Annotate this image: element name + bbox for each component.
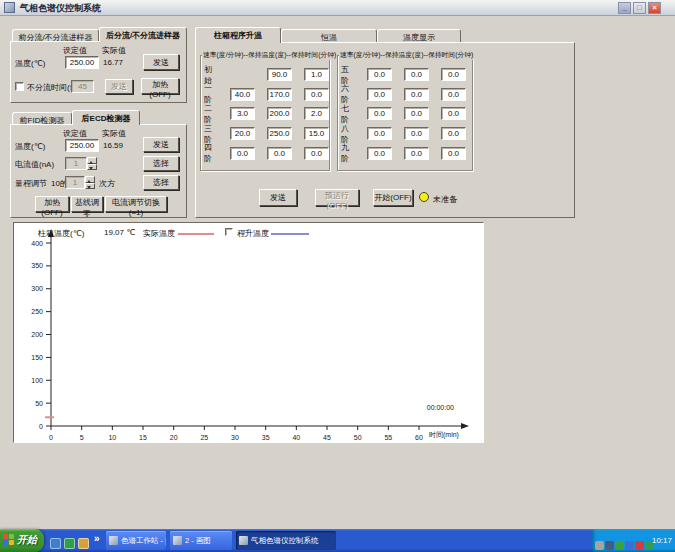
injector-heat-button[interactable]: 加热(OFF): [141, 78, 179, 94]
start-button[interactable]: 开始: [0, 529, 44, 552]
stage-rate-input[interactable]: [367, 68, 392, 81]
program-temp-checkbox[interactable]: [225, 228, 233, 236]
oven-program-row: 七阶: [341, 104, 470, 124]
stage-rate-input[interactable]: [367, 147, 392, 160]
tab-temperature-display[interactable]: 温度显示: [377, 29, 461, 43]
desktop-icon[interactable]: [64, 538, 75, 549]
tab-rear-injector[interactable]: 后分流/不分流进样器: [99, 27, 187, 42]
stage-temp-input[interactable]: [404, 147, 429, 160]
svg-text:350: 350: [31, 262, 43, 269]
task-button[interactable]: 色谱工作站 - [001]: [106, 531, 166, 550]
oven-program-row: 五阶: [341, 65, 470, 85]
svg-text:50: 50: [35, 400, 43, 407]
oven-temp-plot: 0501001502002503003504000510152025303540…: [14, 223, 485, 444]
stage-hold-input[interactable]: [441, 68, 466, 81]
stage-rate-input[interactable]: [230, 88, 255, 101]
stage-hold-input[interactable]: [304, 88, 329, 101]
status-icon[interactable]: [615, 541, 624, 550]
spin-down-icon[interactable]: [87, 164, 97, 171]
legend-actual-label: 实际温度: [143, 228, 175, 239]
current-input[interactable]: [65, 157, 87, 170]
close-button[interactable]: ×: [648, 2, 661, 14]
start-run-button[interactable]: 开始(OFF): [373, 189, 413, 206]
oven-left-rows: 初始一阶二阶三阶四阶: [201, 56, 329, 163]
program-send-button[interactable]: 发送: [259, 189, 297, 206]
stage-rate-input[interactable]: [367, 88, 392, 101]
svg-text:45: 45: [323, 434, 331, 441]
baseline-zero-button[interactable]: 基线调零: [71, 196, 103, 212]
stage-hold-input[interactable]: [441, 88, 466, 101]
stage-rate-input[interactable]: [230, 147, 255, 160]
stage-hold-input[interactable]: [441, 147, 466, 160]
flag-square: [9, 534, 14, 539]
set-value-header: 设定值: [63, 128, 87, 139]
tab-oven-program[interactable]: 柱箱程序升温: [195, 27, 281, 43]
stage-rate-input[interactable]: [367, 107, 392, 120]
stage-hold-input[interactable]: [304, 127, 329, 140]
current-select-button[interactable]: 选择: [143, 156, 179, 171]
stage-rate-input[interactable]: [367, 127, 392, 140]
quick-launch: [50, 535, 92, 552]
clock-icon[interactable]: [605, 541, 614, 550]
app-icon: [4, 2, 15, 13]
oven-group-right: 速率(度/分钟)--保持温度(度)--保持时间(分钟) 五阶六阶七阶八阶九阶: [337, 55, 473, 171]
range-select-button[interactable]: 选择: [143, 175, 179, 190]
stage-temp-input[interactable]: [267, 147, 292, 160]
actual-value-header: 实际值: [102, 45, 126, 56]
stage-hold-input[interactable]: [304, 68, 329, 81]
current-switch-button[interactable]: 电流调节切换(×1): [105, 196, 167, 212]
oven-program-row: 六阶: [341, 85, 470, 105]
start-label: 开始: [17, 533, 37, 547]
stage-temp-input[interactable]: [404, 127, 429, 140]
current-spinner[interactable]: [87, 157, 97, 170]
range-label: 量程调节: [15, 178, 47, 189]
stage-temp-input[interactable]: [267, 107, 292, 120]
stage-temp-input[interactable]: [404, 68, 429, 81]
stage-temp-input[interactable]: [404, 107, 429, 120]
detector-temp-input[interactable]: [65, 139, 99, 152]
stage-temp-input[interactable]: [404, 88, 429, 101]
maximize-button[interactable]: □: [633, 2, 646, 14]
chevron-icon[interactable]: »: [94, 533, 100, 544]
range-spinner[interactable]: [85, 176, 95, 189]
network-icon[interactable]: [625, 541, 634, 550]
svg-text:60: 60: [415, 434, 423, 441]
application-window: 气相色谱仪控制系统 _ □ × 前分流/不分流进样器 后分流/不分流进样器 设定…: [0, 0, 675, 552]
stage-hold-input[interactable]: [304, 107, 329, 120]
stage-hold-input[interactable]: [441, 107, 466, 120]
stage-rate-input[interactable]: [230, 107, 255, 120]
ready-label: 未准备: [433, 194, 457, 205]
printer-icon[interactable]: [595, 541, 604, 550]
taskbar-clock[interactable]: 10:17: [652, 536, 672, 545]
stage-temp-input[interactable]: [267, 88, 292, 101]
task-window-icon: [109, 536, 118, 545]
splitless-checkbox[interactable]: [15, 82, 24, 91]
stage-label: 九阶: [341, 142, 355, 164]
alert-icon[interactable]: [635, 541, 644, 550]
windows-logo-icon: [3, 534, 15, 546]
svg-text:55: 55: [384, 434, 392, 441]
stage-hold-input[interactable]: [304, 147, 329, 160]
range-input[interactable]: [65, 176, 85, 189]
browser-icon[interactable]: [50, 538, 61, 549]
task-button[interactable]: 气相色谱仪控制系统: [236, 531, 336, 550]
tab-rear-ecd-detector[interactable]: 后ECD检测器: [72, 110, 140, 125]
stage-temp-input[interactable]: [267, 127, 292, 140]
chart-title: 柱箱温度(℃): [38, 228, 84, 239]
detector-send-button[interactable]: 发送: [143, 137, 179, 152]
task-button[interactable]: 2 - 画图: [170, 531, 232, 550]
svg-text:400: 400: [31, 240, 43, 247]
stage-hold-input[interactable]: [441, 127, 466, 140]
set-value-header: 设定值: [63, 45, 87, 56]
injector-temp-input[interactable]: [65, 56, 99, 69]
tab-isothermal[interactable]: 恒温: [281, 29, 377, 43]
spin-down-icon[interactable]: [85, 183, 95, 190]
injector-send-button[interactable]: 发送: [143, 54, 179, 70]
media-icon[interactable]: [78, 538, 89, 549]
stage-temp-input[interactable]: [267, 68, 292, 81]
injector-panel: 设定值 实际值 温度(℃) 16.77 发送 不分流时间(S) 发送 加热(OF…: [10, 41, 187, 103]
svg-text:150: 150: [31, 354, 43, 361]
stage-rate-input[interactable]: [230, 127, 255, 140]
minimize-button[interactable]: _: [618, 2, 631, 14]
detector-heat-button[interactable]: 加热(OFF): [35, 196, 69, 212]
